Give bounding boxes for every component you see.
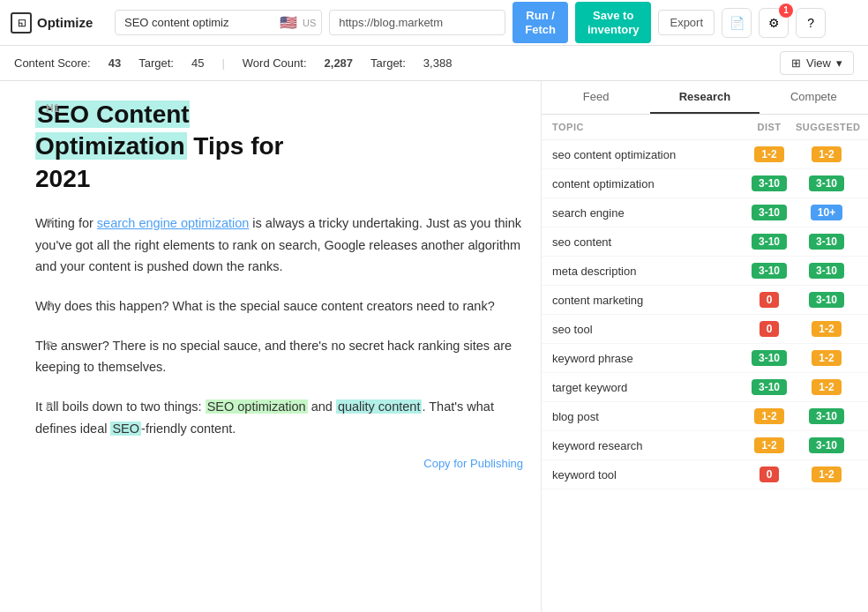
copy-publishing-link[interactable]: Copy for Publishing: [35, 457, 523, 470]
document-icon: 📄: [730, 16, 745, 30]
dist-badge: 3-10: [752, 175, 787, 191]
locale-badge: US: [303, 18, 321, 28]
dist-badge: 3-10: [752, 263, 787, 279]
topic-row: keyword phrase 3-10 1-2: [542, 344, 868, 373]
topic-row: search engine 3-10 10+: [542, 198, 868, 228]
logo-area: ◱ Optimize: [11, 12, 108, 34]
settings-icon-button[interactable]: 1 ⚙: [759, 8, 789, 38]
p1-label: P: [46, 214, 53, 232]
topic-name: content marketing: [552, 294, 743, 307]
p3-label: P: [46, 337, 53, 355]
p4-label: P: [46, 398, 53, 415]
editor-pane: H1 SEO ContentOptimization Tips for2021 …: [0, 81, 542, 612]
word-count-value: 2,287: [325, 56, 354, 70]
suggested-badge: 3-10: [809, 437, 844, 453]
p3-text: The answer? There is no special sauce, a…: [35, 335, 523, 378]
topic-name: search engine: [552, 206, 743, 220]
statsbar: Content Score: 43 Target: 45 | Word Coun…: [0, 46, 868, 81]
seo-link[interactable]: search engine optimization: [97, 216, 250, 230]
topic-name: keyword research: [552, 439, 743, 452]
help-icon: ?: [807, 16, 814, 30]
flag-icon: 🇺🇸: [274, 14, 303, 31]
dist-badge: 1-2: [754, 437, 783, 453]
topic-row: meta description 3-10 3-10: [542, 257, 868, 286]
topic-name: content optimization: [552, 177, 743, 190]
dist-badge: 1-2: [754, 408, 783, 424]
topbar: ◱ Optimize 🇺🇸 US Run / Fetch Save to inv…: [0, 0, 868, 46]
help-icon-button[interactable]: ?: [796, 8, 826, 38]
dist-badge: 0: [760, 321, 780, 337]
topic-row: seo content optimization 1-2 1-2: [542, 140, 868, 169]
dist-badge: 3-10: [752, 379, 787, 395]
p1-block: P Writing for search engine optimization…: [35, 213, 523, 278]
dist-badge: 3-10: [752, 234, 787, 250]
content-score-value: 43: [108, 56, 121, 70]
p1-text: Writing for search engine optimization i…: [35, 213, 523, 278]
main-layout: H1 SEO ContentOptimization Tips for2021 …: [0, 81, 868, 612]
url-input[interactable]: [329, 10, 505, 35]
h1-block: H1 SEO ContentOptimization Tips for2021: [35, 99, 523, 195]
p2-label: P: [46, 297, 53, 315]
dist-badge: 3-10: [752, 205, 787, 220]
word-target-label: Target:: [370, 56, 406, 70]
run-fetch-button[interactable]: Run / Fetch: [513, 2, 568, 43]
col-suggested-header: SUGGESTED: [796, 122, 857, 132]
seo-highlight: SEO: [110, 422, 141, 436]
p4-text-and: and: [308, 399, 336, 414]
topic-row: content marketing 0 3-10: [542, 286, 868, 315]
suggested-badge: 3-10: [809, 408, 844, 424]
dist-badge: 1-2: [754, 146, 783, 162]
document-icon-button[interactable]: 📄: [722, 8, 752, 38]
topic-row: keyword research 1-2 3-10: [542, 431, 868, 460]
p4-text-before: It all boils down to two things:: [35, 399, 206, 414]
view-icon: ⊞: [791, 56, 801, 70]
right-panel: Feed Research Compete TOPIC DIST SUGGEST…: [542, 81, 868, 612]
topic-name: seo tool: [552, 323, 743, 336]
suggested-badge: 3-10: [809, 292, 844, 308]
p2-text: Why does this happen? What is the specia…: [35, 295, 523, 317]
export-button[interactable]: Export: [658, 10, 715, 35]
dist-badge: 0: [760, 292, 780, 308]
topic-name: seo content: [552, 235, 743, 249]
content-score-label: Content Score:: [14, 56, 91, 70]
view-button[interactable]: ⊞ View ▾: [780, 51, 854, 75]
topic-row: blog post 1-2 3-10: [542, 402, 868, 431]
h1-heading[interactable]: SEO ContentOptimization Tips for2021: [35, 99, 523, 195]
p4-text: It all boils down to two things: SEO opt…: [35, 396, 523, 439]
tab-research[interactable]: Research: [650, 81, 759, 114]
dist-badge: 3-10: [752, 350, 787, 366]
app-title: Optimize: [37, 15, 93, 30]
p4-text-end: -friendly content.: [141, 422, 236, 436]
topic-row: content optimization 3-10 3-10: [542, 169, 868, 198]
topic-name: seo content optimization: [552, 148, 743, 161]
tab-row: Feed Research Compete: [542, 81, 868, 115]
suggested-badge: 3-10: [809, 234, 844, 250]
suggested-badge: 3-10: [809, 263, 844, 279]
suggested-badge: 10+: [811, 205, 842, 220]
p4-block: P It all boils down to two things: SEO o…: [35, 396, 523, 439]
suggested-badge: 3-10: [809, 175, 844, 191]
notification-badge: 1: [779, 4, 793, 18]
suggested-badge: 1-2: [812, 350, 841, 366]
topic-name: keyword tool: [552, 468, 743, 481]
tab-compete[interactable]: Compete: [760, 81, 868, 114]
topics-list: seo content optimization 1-2 1-2 content…: [542, 140, 868, 612]
settings-icon: ⚙: [768, 16, 780, 30]
topic-row: target keyword 3-10 1-2: [542, 373, 868, 402]
p3-block: P The answer? There is no special sauce,…: [35, 335, 523, 378]
topic-row: seo tool 0 1-2: [542, 315, 868, 344]
keyword-input[interactable]: [116, 11, 274, 34]
topic-row: keyword tool 0 1-2: [542, 460, 868, 489]
tab-feed[interactable]: Feed: [542, 81, 650, 114]
chevron-down-icon: ▾: [836, 56, 842, 70]
topic-name: target keyword: [552, 381, 743, 394]
suggested-badge: 1-2: [812, 466, 841, 482]
content-target-label: Target:: [138, 56, 174, 70]
word-target-value: 3,388: [423, 56, 453, 70]
suggested-badge: 1-2: [812, 321, 841, 337]
dist-badge: 0: [760, 466, 780, 482]
suggested-badge: 1-2: [812, 146, 841, 162]
topic-row: seo content 3-10 3-10: [542, 228, 868, 257]
col-dist-header: DIST: [743, 122, 796, 132]
save-inventory-button[interactable]: Save to inventory: [575, 2, 652, 43]
